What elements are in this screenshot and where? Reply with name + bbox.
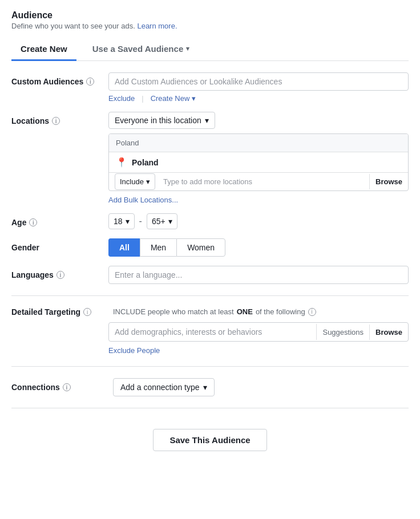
languages-field: Languages i — [11, 266, 409, 284]
chevron-down-icon: ▾ — [168, 217, 172, 226]
custom-audiences-info-icon[interactable]: i — [86, 78, 94, 86]
chevron-down-icon: ▾ — [146, 177, 150, 186]
chevron-down-icon: ▾ — [126, 217, 130, 226]
detailed-targeting-browse-button[interactable]: Browse — [369, 325, 408, 340]
location-input[interactable] — [160, 173, 369, 190]
age-label: Age — [11, 218, 26, 227]
detailed-targeting-input[interactable] — [109, 323, 316, 341]
locations-field: Locations i Everyone in this location ▾ … — [11, 112, 409, 204]
connections-section: Connections i Add a connection type ▾ — [11, 378, 409, 396]
age-info-icon[interactable]: i — [29, 218, 37, 226]
locations-label: Locations — [11, 116, 49, 125]
languages-input[interactable] — [108, 266, 409, 284]
suggestions-button[interactable]: Suggestions — [317, 325, 369, 339]
age-dash: - — [139, 216, 142, 226]
location-header: Poland — [109, 134, 408, 152]
locations-dropdown[interactable]: Everyone in this location ▾ — [108, 112, 215, 129]
gender-buttons: All Men Women — [108, 238, 409, 257]
chevron-down-icon: ▾ — [192, 94, 196, 103]
learn-more-link[interactable]: Learn more. — [137, 22, 177, 30]
gender-all-button[interactable]: All — [108, 238, 140, 257]
page-title: Audience — [11, 10, 409, 21]
gender-men-button[interactable]: Men — [140, 238, 176, 257]
chevron-down-icon: ▾ — [205, 116, 209, 125]
bulk-locations-link[interactable]: Add Bulk Locations... — [108, 196, 178, 204]
add-connection-button[interactable]: Add a connection type ▾ — [113, 378, 215, 396]
age-field: Age i 18 ▾ - 65+ ▾ — [11, 213, 409, 229]
detailed-targeting-section: Detailed Targeting i INCLUDE people who … — [11, 307, 409, 355]
location-pin-icon: 📍 — [116, 157, 127, 168]
location-item: 📍 Poland — [109, 152, 408, 173]
exclude-people-link[interactable]: Exclude People — [108, 346, 160, 355]
create-new-button[interactable]: Create New ▾ — [151, 94, 196, 103]
dt-description-info-icon[interactable]: i — [308, 308, 316, 316]
detailed-targeting-input-row: Suggestions Browse — [108, 322, 409, 342]
save-section: Save This Audience — [11, 420, 409, 453]
languages-label: Languages — [11, 270, 54, 279]
separator-2 — [11, 366, 409, 367]
custom-audiences-label: Custom Audiences — [11, 77, 83, 86]
chevron-down-icon: ▾ — [186, 45, 189, 52]
custom-audiences-field: Custom Audiences i Exclude | Create New … — [11, 72, 409, 103]
gender-women-button[interactable]: Women — [176, 238, 225, 257]
connections-info-icon[interactable]: i — [63, 383, 71, 391]
tab-use-saved[interactable]: Use a Saved Audience ▾ — [83, 38, 199, 61]
tab-create-new[interactable]: Create New — [11, 38, 76, 61]
custom-audiences-input[interactable] — [108, 72, 409, 91]
location-browse-button[interactable]: Browse — [369, 174, 408, 189]
detailed-targeting-description: INCLUDE people who match at least ONE of… — [113, 307, 316, 316]
languages-info-icon[interactable]: i — [56, 271, 64, 279]
audience-header: Audience Define who you want to see your… — [11, 10, 409, 30]
connections-label: Connections — [11, 383, 60, 392]
include-button[interactable]: Include ▾ — [115, 173, 155, 190]
chevron-down-icon: ▾ — [203, 383, 207, 392]
gender-label: Gender — [11, 243, 39, 252]
audience-tabs: Create New Use a Saved Audience ▾ — [11, 38, 409, 61]
age-to-select[interactable]: 65+ ▾ — [147, 213, 177, 229]
exclude-link[interactable]: Exclude — [108, 94, 135, 103]
detailed-targeting-info-icon[interactable]: i — [83, 308, 91, 316]
age-from-select[interactable]: 18 ▾ — [108, 213, 135, 229]
save-audience-button[interactable]: Save This Audience — [153, 429, 266, 451]
gender-field: Gender All Men Women — [11, 238, 409, 257]
locations-info-icon[interactable]: i — [52, 117, 60, 125]
location-box: Poland 📍 Poland Include ▾ Browse — [108, 133, 409, 191]
page-subtitle: Define who you want to see your ads. Lea… — [11, 22, 409, 30]
detailed-targeting-label: Detailed Targeting — [11, 307, 80, 317]
separator-1 — [11, 295, 409, 296]
separator-3 — [11, 408, 409, 408]
